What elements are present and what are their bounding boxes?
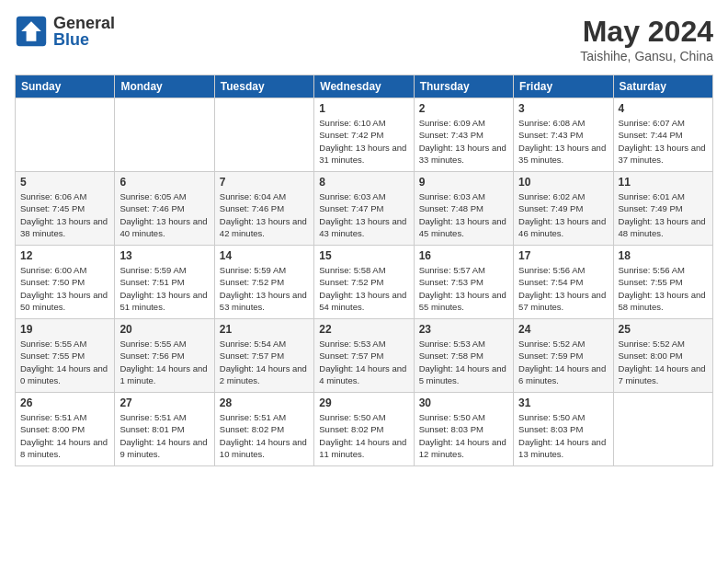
calendar-body: 1Sunrise: 6:10 AM Sunset: 7:42 PM Daylig…: [16, 98, 713, 466]
day-number: 24: [518, 323, 608, 336]
day-info: Sunrise: 6:05 AM Sunset: 7:46 PM Dayligh…: [119, 190, 209, 239]
day-number: 1: [319, 102, 408, 115]
calendar-cell: 2Sunrise: 6:09 AM Sunset: 7:43 PM Daylig…: [414, 98, 513, 172]
day-number: 16: [419, 249, 508, 262]
day-info: Sunrise: 5:53 AM Sunset: 7:57 PM Dayligh…: [319, 338, 408, 386]
day-info: Sunrise: 5:55 AM Sunset: 7:55 PM Dayligh…: [20, 338, 109, 386]
title-block: May 2024 Taishihe, Gansu, China: [580, 15, 713, 63]
day-number: 2: [419, 102, 508, 115]
calendar-day-header: Tuesday: [214, 75, 313, 98]
day-number: 9: [419, 176, 508, 189]
day-number: 19: [20, 323, 109, 336]
day-info: Sunrise: 5:55 AM Sunset: 7:56 PM Dayligh…: [119, 338, 209, 386]
calendar-cell: 30Sunrise: 5:50 AM Sunset: 8:03 PM Dayli…: [414, 393, 513, 466]
day-number: 20: [119, 323, 209, 336]
calendar-cell: 22Sunrise: 5:53 AM Sunset: 7:57 PM Dayli…: [314, 319, 414, 393]
day-info: Sunrise: 5:53 AM Sunset: 7:58 PM Dayligh…: [419, 338, 508, 386]
day-number: 28: [220, 396, 309, 409]
day-info: Sunrise: 5:50 AM Sunset: 8:03 PM Dayligh…: [518, 411, 608, 460]
calendar-cell: 21Sunrise: 5:54 AM Sunset: 7:57 PM Dayli…: [214, 319, 313, 393]
calendar-cell: 4Sunrise: 6:07 AM Sunset: 7:44 PM Daylig…: [613, 98, 712, 172]
calendar-day-header: Wednesday: [314, 75, 414, 98]
calendar-week-row: 19Sunrise: 5:55 AM Sunset: 7:55 PM Dayli…: [16, 319, 713, 393]
day-number: 4: [619, 102, 708, 115]
day-number: 5: [20, 176, 109, 189]
calendar-cell: 20Sunrise: 5:55 AM Sunset: 7:56 PM Dayli…: [115, 319, 214, 393]
logo: General Blue: [15, 15, 115, 48]
day-number: 12: [20, 249, 109, 262]
calendar-cell: [115, 98, 214, 172]
calendar-day-header: Sunday: [16, 75, 115, 98]
calendar-cell: 14Sunrise: 5:59 AM Sunset: 7:52 PM Dayli…: [214, 246, 313, 319]
calendar-cell: 25Sunrise: 5:52 AM Sunset: 8:00 PM Dayli…: [613, 319, 712, 393]
calendar-cell: 5Sunrise: 6:06 AM Sunset: 7:45 PM Daylig…: [16, 172, 115, 246]
calendar-cell: 18Sunrise: 5:56 AM Sunset: 7:55 PM Dayli…: [613, 246, 712, 319]
day-number: 23: [419, 323, 508, 336]
calendar-cell: 12Sunrise: 6:00 AM Sunset: 7:50 PM Dayli…: [16, 246, 115, 319]
calendar-day-header: Monday: [115, 75, 214, 98]
day-info: Sunrise: 6:02 AM Sunset: 7:49 PM Dayligh…: [518, 190, 608, 239]
calendar-header-row: SundayMondayTuesdayWednesdayThursdayFrid…: [16, 75, 713, 98]
day-info: Sunrise: 5:59 AM Sunset: 7:52 PM Dayligh…: [220, 264, 309, 313]
month-year-title: May 2024: [580, 15, 713, 49]
day-info: Sunrise: 5:56 AM Sunset: 7:54 PM Dayligh…: [518, 264, 608, 313]
day-info: Sunrise: 6:07 AM Sunset: 7:44 PM Dayligh…: [619, 117, 708, 166]
calendar-cell: 28Sunrise: 5:51 AM Sunset: 8:02 PM Dayli…: [214, 393, 313, 466]
day-number: 13: [119, 249, 209, 262]
day-info: Sunrise: 5:57 AM Sunset: 7:53 PM Dayligh…: [419, 264, 508, 313]
calendar-cell: 7Sunrise: 6:04 AM Sunset: 7:46 PM Daylig…: [214, 172, 313, 246]
calendar-day-header: Friday: [514, 75, 613, 98]
calendar-cell: 29Sunrise: 5:50 AM Sunset: 8:02 PM Dayli…: [314, 393, 414, 466]
day-number: 25: [619, 323, 708, 336]
calendar-cell: [16, 98, 115, 172]
calendar-cell: [214, 98, 313, 172]
calendar-cell: 26Sunrise: 5:51 AM Sunset: 8:00 PM Dayli…: [16, 393, 115, 466]
day-number: 11: [619, 176, 708, 189]
day-info: Sunrise: 5:50 AM Sunset: 8:02 PM Dayligh…: [319, 411, 408, 460]
day-number: 30: [419, 396, 508, 409]
calendar-table: SundayMondayTuesdayWednesdayThursdayFrid…: [15, 75, 713, 466]
calendar-week-row: 26Sunrise: 5:51 AM Sunset: 8:00 PM Dayli…: [16, 393, 713, 466]
day-number: 29: [319, 396, 408, 409]
day-info: Sunrise: 5:51 AM Sunset: 8:00 PM Dayligh…: [20, 411, 109, 460]
logo-general: General: [53, 15, 115, 31]
day-number: 21: [220, 323, 309, 336]
calendar-cell: 16Sunrise: 5:57 AM Sunset: 7:53 PM Dayli…: [414, 246, 513, 319]
calendar-cell: 23Sunrise: 5:53 AM Sunset: 7:58 PM Dayli…: [414, 319, 513, 393]
day-info: Sunrise: 6:10 AM Sunset: 7:42 PM Dayligh…: [319, 117, 408, 166]
day-info: Sunrise: 6:09 AM Sunset: 7:43 PM Dayligh…: [419, 117, 508, 166]
calendar-cell: 13Sunrise: 5:59 AM Sunset: 7:51 PM Dayli…: [115, 246, 214, 319]
day-number: 18: [619, 249, 708, 262]
logo-blue: Blue: [53, 31, 115, 48]
day-number: 6: [119, 176, 209, 189]
calendar-cell: 8Sunrise: 6:03 AM Sunset: 7:47 PM Daylig…: [314, 172, 414, 246]
day-info: Sunrise: 5:50 AM Sunset: 8:03 PM Dayligh…: [419, 411, 508, 460]
day-info: Sunrise: 5:52 AM Sunset: 8:00 PM Dayligh…: [619, 338, 708, 386]
calendar-cell: 27Sunrise: 5:51 AM Sunset: 8:01 PM Dayli…: [115, 393, 214, 466]
day-info: Sunrise: 6:03 AM Sunset: 7:47 PM Dayligh…: [319, 190, 408, 239]
day-number: 26: [20, 396, 109, 409]
day-info: Sunrise: 5:51 AM Sunset: 8:02 PM Dayligh…: [220, 411, 309, 460]
day-info: Sunrise: 6:04 AM Sunset: 7:46 PM Dayligh…: [220, 190, 309, 239]
logo-icon: [15, 15, 48, 48]
calendar-cell: 11Sunrise: 6:01 AM Sunset: 7:49 PM Dayli…: [613, 172, 712, 246]
day-info: Sunrise: 6:01 AM Sunset: 7:49 PM Dayligh…: [619, 190, 708, 239]
calendar-week-row: 5Sunrise: 6:06 AM Sunset: 7:45 PM Daylig…: [16, 172, 713, 246]
page-header: General Blue May 2024 Taishihe, Gansu, C…: [15, 15, 713, 63]
day-info: Sunrise: 5:56 AM Sunset: 7:55 PM Dayligh…: [619, 264, 708, 313]
day-info: Sunrise: 5:59 AM Sunset: 7:51 PM Dayligh…: [119, 264, 209, 313]
calendar-week-row: 12Sunrise: 6:00 AM Sunset: 7:50 PM Dayli…: [16, 246, 713, 319]
calendar-cell: 31Sunrise: 5:50 AM Sunset: 8:03 PM Dayli…: [514, 393, 613, 466]
calendar-cell: 10Sunrise: 6:02 AM Sunset: 7:49 PM Dayli…: [514, 172, 613, 246]
calendar-cell: [613, 393, 712, 466]
day-info: Sunrise: 6:03 AM Sunset: 7:48 PM Dayligh…: [419, 190, 508, 239]
logo-text: General Blue: [53, 15, 115, 48]
calendar-day-header: Saturday: [613, 75, 712, 98]
calendar-day-header: Thursday: [414, 75, 513, 98]
day-info: Sunrise: 5:54 AM Sunset: 7:57 PM Dayligh…: [220, 338, 309, 386]
day-info: Sunrise: 6:00 AM Sunset: 7:50 PM Dayligh…: [20, 264, 109, 313]
calendar-cell: 24Sunrise: 5:52 AM Sunset: 7:59 PM Dayli…: [514, 319, 613, 393]
calendar-cell: 1Sunrise: 6:10 AM Sunset: 7:42 PM Daylig…: [314, 98, 414, 172]
calendar-cell: 19Sunrise: 5:55 AM Sunset: 7:55 PM Dayli…: [16, 319, 115, 393]
day-number: 8: [319, 176, 408, 189]
